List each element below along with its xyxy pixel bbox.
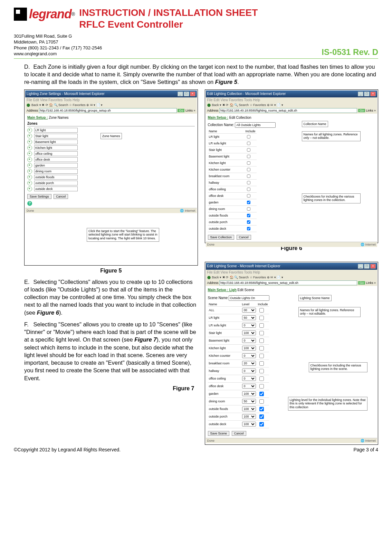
maximize-icon: □ (364, 92, 370, 96)
collection-row: hallway (208, 179, 257, 186)
level-select: 0 (242, 376, 256, 381)
figure-7: Edit Lighting Scene - Microsoft Internet… (205, 262, 379, 445)
zone-name: Kitchen light (208, 344, 241, 352)
include-checkbox (247, 194, 250, 198)
minimize-icon: _ (358, 264, 363, 269)
addr-line-2: Middletown, PA 17057 (14, 39, 102, 45)
include-checkbox (259, 376, 264, 381)
callout-collection-name: Collection Name (302, 121, 328, 127)
include-checkbox (259, 346, 264, 351)
address-bar: Address Go Links » (25, 107, 197, 114)
include-checkbox (259, 308, 264, 313)
paragraph-e: E. Selecting "Collections" allows you to… (24, 278, 198, 316)
callout-checkboxes: Checkboxes for including the various lig… (302, 193, 361, 204)
zone-name-input (34, 157, 78, 162)
target-icon (27, 157, 32, 162)
zone-row (27, 151, 195, 156)
zone-row (27, 186, 195, 191)
collection-row: LR light (208, 133, 257, 140)
zone-name: LR sofa light (208, 322, 241, 329)
zone-name: hallway (208, 179, 245, 186)
zone-name-input (34, 181, 78, 185)
cancel-button: Cancel (232, 431, 246, 436)
zone-name: outside floods (208, 405, 241, 413)
menubar: File Edit View Favorites Tools Help (206, 97, 377, 103)
include-checkbox (259, 369, 264, 373)
window-title: Lighting Zone Settings - Microsoft Inter… (27, 92, 105, 96)
scene-row: LR light50 (208, 314, 269, 322)
zone-name: garden (208, 390, 241, 398)
main-setup-link: Main Setup : (208, 116, 228, 119)
cancel-button: Cancel (237, 235, 251, 240)
zone-row (27, 157, 195, 162)
include-checkbox (247, 135, 250, 138)
include-checkbox (247, 220, 250, 224)
window-controls: _□× (357, 264, 376, 269)
main-setup-link: Main Setup : Ligh (208, 288, 237, 292)
collection-row: outside floods (208, 212, 257, 219)
zone-name: Stair light (208, 329, 241, 337)
collection-row: LR sofa light (208, 140, 257, 146)
include-checkbox (259, 361, 264, 366)
zone-name: hallway (208, 367, 241, 375)
collection-row: outside porch (208, 219, 257, 225)
include-checkbox (259, 422, 264, 427)
zone-name: outside deck (208, 225, 245, 232)
window-title: Edit Lighting Collection - Microsoft Int… (207, 92, 286, 96)
callout-locating: Click the target to start the "locating"… (87, 228, 159, 242)
zone-name-input (34, 140, 78, 144)
para-d-text: Each Zone is initially given a four digi… (24, 64, 376, 85)
menubar: File Edit View Favorites Tools Help (206, 270, 377, 275)
scene-row: ALL00 (208, 306, 269, 314)
close-icon: × (370, 92, 376, 96)
level-select: 50 (242, 399, 256, 404)
zone-name: Stair light (208, 146, 245, 153)
collection-row: dining room (208, 205, 257, 212)
level-select: 100 (242, 406, 256, 411)
zone-name: ALL (208, 306, 241, 314)
scene-name-input (229, 295, 269, 301)
zone-name-input (34, 186, 78, 191)
doc-title-2: RFLC Event Controller (79, 19, 378, 30)
include-checkbox (247, 155, 250, 158)
callout-scene-name: Lighting Scene Name (298, 295, 332, 302)
para-e-lead: E. (24, 278, 32, 286)
scene-row: Kitchen counter0 (208, 352, 269, 360)
zone-name: Kitchen counter (208, 166, 245, 173)
scene-row: dining room50 (208, 398, 269, 405)
zone-name: Kitchen counter (208, 352, 241, 360)
collection-row: breakfast room (208, 173, 257, 179)
collection-row: Kitchen light (208, 160, 257, 166)
include-checkbox (259, 338, 264, 343)
address-bar: Address Go Links » (206, 280, 377, 286)
collection-row: outside deck (208, 225, 257, 232)
page-heading: Edit Scene (238, 288, 254, 292)
doc-revision: IS-0531 Rev. D (322, 47, 378, 57)
include-checkbox (259, 414, 264, 419)
callout-names-ref: Names for all lighting zones. Reference … (302, 131, 361, 142)
status-bar: Done 🌐 Internet (206, 242, 377, 247)
addr-web: www.onqlegrand.com (14, 51, 102, 57)
scene-row: garden100 (208, 390, 269, 398)
go-button: Go (358, 281, 365, 285)
scene-row: breakfast room20 (208, 360, 269, 367)
status-bar: Done 🌐 Internet (25, 208, 197, 213)
scene-row: outside deck100 (208, 420, 269, 428)
zone-name-input (34, 128, 78, 133)
level-select: 00 (242, 308, 256, 313)
zone-name: Basement light (208, 153, 245, 160)
zone-name-input (34, 163, 78, 168)
scene-row: office desk0 (208, 382, 269, 390)
doc-title-1: INSTRUCTION / INSTALLATION SHEET (79, 7, 378, 19)
window-titlebar: Edit Lighting Scene - Microsoft Internet… (206, 263, 377, 270)
include-checkbox (259, 323, 264, 328)
url-input (219, 108, 357, 113)
collection-row: office ceiling (208, 186, 257, 192)
page-heading: Edit Collection (229, 116, 251, 119)
zone-name: office desk (208, 192, 245, 199)
zone-name: office ceiling (208, 186, 245, 192)
help-icon: ? (27, 201, 32, 206)
figure-5: Lighting Zone Settings - Microsoft Inter… (24, 89, 198, 266)
close-icon: × (370, 264, 376, 269)
zone-row (27, 128, 195, 133)
